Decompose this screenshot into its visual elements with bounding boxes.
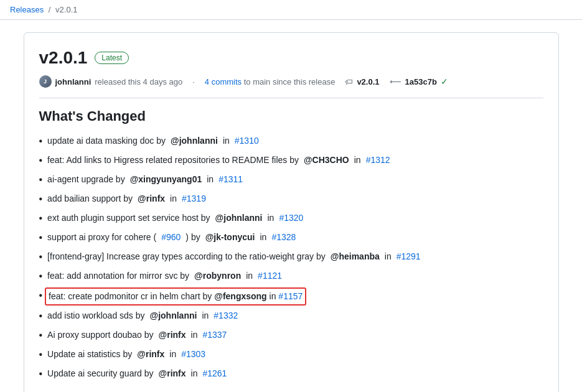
changelog-list: update ai data masking doc by @johnlanni… bbox=[39, 134, 543, 381]
changelog-author-link[interactable]: @rinfx bbox=[159, 367, 186, 380]
commit-hash-link[interactable]: 1a53c7b bbox=[405, 77, 437, 86]
changelog-author-link[interactable]: @johnlanni bbox=[171, 134, 218, 147]
changelog-pr-link[interactable]: #1319 bbox=[182, 192, 206, 205]
check-icon: ✓ bbox=[441, 77, 448, 86]
changelog-author-link[interactable]: @xingyunyang01 bbox=[130, 173, 202, 186]
changelog-pr-link[interactable]: #1312 bbox=[366, 154, 390, 167]
commits-suffix-text: to main since this release bbox=[244, 77, 336, 86]
released-text: released this 4 days ago bbox=[95, 77, 182, 86]
changelog-item: feat: create podmonitor cr in helm chart… bbox=[39, 289, 543, 304]
release-card: v2.0.1 Latest J johnlanni released this … bbox=[24, 32, 559, 392]
changelog-inline-pr-link[interactable]: #960 bbox=[161, 231, 181, 244]
divider bbox=[39, 98, 543, 98]
changelog-item: update ai data masking doc by @johnlanni… bbox=[39, 134, 543, 149]
changelog-author-link[interactable]: @rinfx bbox=[138, 192, 165, 205]
changelog-author-link[interactable]: @johnlanni bbox=[215, 212, 263, 225]
changelog-item: add bailian support by @rinfx in #1319 bbox=[39, 192, 543, 207]
changelog-pr-link[interactable]: #1310 bbox=[235, 134, 259, 147]
changelog-pr-link[interactable]: #1291 bbox=[397, 250, 421, 263]
release-meta: J johnlanni released this 4 days ago · 4… bbox=[39, 75, 543, 88]
changelog-item: ai-agent upgrade by @xingyunyang01 in #1… bbox=[39, 173, 543, 187]
changelog-author-link[interactable]: @rinfx bbox=[137, 348, 164, 361]
changelog-author-link[interactable]: @fengxsong bbox=[214, 291, 266, 301]
changelog-pr-link[interactable]: #1157 bbox=[278, 291, 303, 301]
commit-group: ⟵ 1a53c7b ✓ bbox=[390, 77, 448, 86]
changelog-author-link[interactable]: @johnlanni bbox=[150, 309, 197, 322]
breadcrumb-separator: / bbox=[49, 5, 51, 14]
changelog-pr-link[interactable]: #1121 bbox=[258, 269, 282, 282]
author-avatar: J bbox=[39, 75, 52, 88]
release-header: v2.0.1 Latest bbox=[39, 48, 543, 68]
changelog-pr-link[interactable]: #1328 bbox=[271, 231, 296, 244]
changelog-item: Update ai statistics by @rinfx in #1303 bbox=[39, 348, 543, 362]
changelog-item: add istio workload sds by @johnlanni in … bbox=[39, 309, 543, 324]
commits-link[interactable]: 4 commits bbox=[205, 77, 242, 86]
changelog-pr-link[interactable]: #1320 bbox=[279, 212, 303, 225]
changelog-pr-link[interactable]: #1332 bbox=[214, 309, 238, 322]
changelog-pr-link[interactable]: #1303 bbox=[181, 348, 205, 361]
changelog-item: Update ai security guard by @rinfx in #1… bbox=[39, 367, 543, 381]
changelog-pr-link[interactable]: #1311 bbox=[218, 173, 243, 186]
changelog-item: support ai proxy for cohere (#960) by @j… bbox=[39, 231, 543, 245]
changelog-item: [frontend-gray] Increase gray types acco… bbox=[39, 250, 543, 264]
changelog-author-link[interactable]: @robynron bbox=[194, 269, 241, 282]
breadcrumb-releases-link[interactable]: Releases bbox=[10, 5, 44, 14]
changelog-item: feat: add annotation for mirror svc by @… bbox=[39, 269, 543, 284]
changelog-item: feat: Add links to Higress related repos… bbox=[39, 154, 543, 168]
latest-badge: Latest bbox=[95, 52, 129, 64]
author-link[interactable]: johnlanni bbox=[55, 77, 92, 86]
changelog-author-link[interactable]: @heimanba bbox=[331, 250, 380, 263]
changelog-pr-link[interactable]: #1337 bbox=[202, 329, 227, 342]
changelog-pr-link[interactable]: #1261 bbox=[202, 367, 227, 380]
commit-icon: ⟵ bbox=[390, 77, 401, 86]
tag-link[interactable]: v2.0.1 bbox=[357, 77, 379, 86]
commits-group: 4 commits to main since this release bbox=[205, 77, 336, 86]
breadcrumb-current: v2.0.1 bbox=[55, 5, 77, 14]
whats-changed-title: What's Changed bbox=[39, 108, 543, 124]
main-content: v2.0.1 Latest J johnlanni released this … bbox=[11, 32, 571, 392]
release-version: v2.0.1 bbox=[39, 48, 88, 68]
tag-icon: 🏷 bbox=[345, 77, 353, 86]
changelog-item: Ai proxy support doubao by @rinfx in #13… bbox=[39, 329, 543, 343]
breadcrumb: Releases / v2.0.1 bbox=[0, 0, 582, 20]
meta-dot-1: · bbox=[192, 77, 195, 86]
changelog-author-link[interactable]: @jk-tonycui bbox=[205, 231, 255, 244]
changelog-author-link[interactable]: @rinfx bbox=[159, 329, 186, 342]
changelog-author-link[interactable]: @CH3CHO bbox=[304, 154, 349, 167]
highlighted-text: feat: create podmonitor cr in helm chart… bbox=[45, 287, 306, 306]
changelog-item: ext auth plugin support set service host… bbox=[39, 212, 543, 226]
tag-group: 🏷 v2.0.1 bbox=[345, 77, 379, 86]
release-author-group: J johnlanni released this 4 days ago bbox=[39, 75, 183, 88]
